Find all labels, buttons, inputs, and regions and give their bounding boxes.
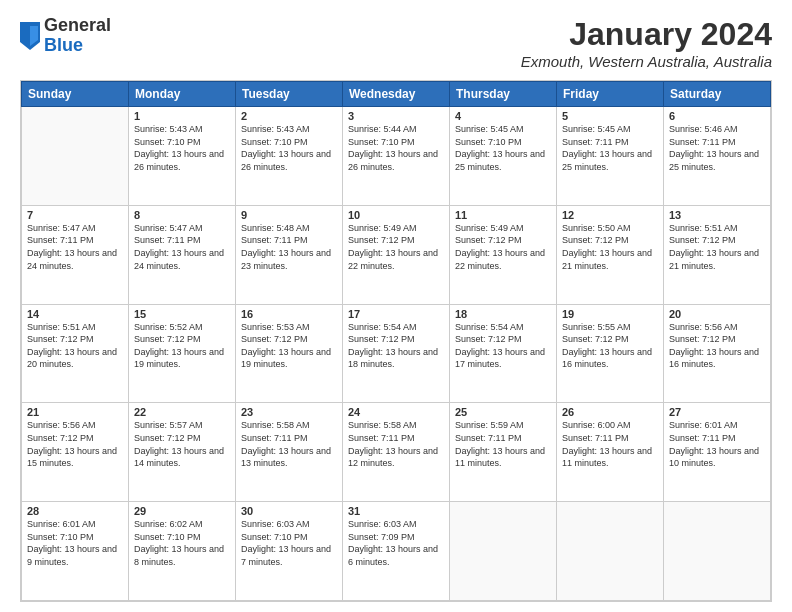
day-info: Sunrise: 5:54 AM Sunset: 7:12 PM Dayligh… xyxy=(455,321,551,371)
day-number: 14 xyxy=(27,308,123,320)
day-info: Sunrise: 5:49 AM Sunset: 7:12 PM Dayligh… xyxy=(455,222,551,272)
day-info: Sunrise: 5:56 AM Sunset: 7:12 PM Dayligh… xyxy=(669,321,765,371)
calendar-cell: 11Sunrise: 5:49 AM Sunset: 7:12 PM Dayli… xyxy=(450,205,557,304)
logo-blue-text: Blue xyxy=(44,35,83,55)
day-number: 5 xyxy=(562,110,658,122)
logo: General Blue xyxy=(20,16,111,56)
header: General Blue January 2024 Exmouth, Weste… xyxy=(20,16,772,70)
day-number: 18 xyxy=(455,308,551,320)
calendar-cell: 19Sunrise: 5:55 AM Sunset: 7:12 PM Dayli… xyxy=(557,304,664,403)
calendar-cell: 30Sunrise: 6:03 AM Sunset: 7:10 PM Dayli… xyxy=(236,502,343,601)
day-number: 6 xyxy=(669,110,765,122)
day-info: Sunrise: 6:01 AM Sunset: 7:10 PM Dayligh… xyxy=(27,518,123,568)
calendar-cell: 4Sunrise: 5:45 AM Sunset: 7:10 PM Daylig… xyxy=(450,107,557,206)
calendar-cell: 21Sunrise: 5:56 AM Sunset: 7:12 PM Dayli… xyxy=(22,403,129,502)
calendar-cell xyxy=(664,502,771,601)
day-info: Sunrise: 5:47 AM Sunset: 7:11 PM Dayligh… xyxy=(27,222,123,272)
calendar: Sunday Monday Tuesday Wednesday Thursday… xyxy=(20,80,772,602)
calendar-cell: 1Sunrise: 5:43 AM Sunset: 7:10 PM Daylig… xyxy=(129,107,236,206)
col-friday: Friday xyxy=(557,82,664,107)
day-info: Sunrise: 5:46 AM Sunset: 7:11 PM Dayligh… xyxy=(669,123,765,173)
col-tuesday: Tuesday xyxy=(236,82,343,107)
main-title: January 2024 xyxy=(521,16,772,53)
calendar-cell: 22Sunrise: 5:57 AM Sunset: 7:12 PM Dayli… xyxy=(129,403,236,502)
day-info: Sunrise: 5:45 AM Sunset: 7:11 PM Dayligh… xyxy=(562,123,658,173)
day-number: 20 xyxy=(669,308,765,320)
day-info: Sunrise: 5:54 AM Sunset: 7:12 PM Dayligh… xyxy=(348,321,444,371)
logo-text: General Blue xyxy=(44,16,111,56)
calendar-cell: 3Sunrise: 5:44 AM Sunset: 7:10 PM Daylig… xyxy=(343,107,450,206)
day-number: 31 xyxy=(348,505,444,517)
calendar-cell: 28Sunrise: 6:01 AM Sunset: 7:10 PM Dayli… xyxy=(22,502,129,601)
col-wednesday: Wednesday xyxy=(343,82,450,107)
day-number: 25 xyxy=(455,406,551,418)
day-number: 24 xyxy=(348,406,444,418)
day-number: 11 xyxy=(455,209,551,221)
day-info: Sunrise: 5:55 AM Sunset: 7:12 PM Dayligh… xyxy=(562,321,658,371)
col-saturday: Saturday xyxy=(664,82,771,107)
day-number: 17 xyxy=(348,308,444,320)
calendar-cell: 13Sunrise: 5:51 AM Sunset: 7:12 PM Dayli… xyxy=(664,205,771,304)
calendar-cell: 23Sunrise: 5:58 AM Sunset: 7:11 PM Dayli… xyxy=(236,403,343,502)
day-number: 15 xyxy=(134,308,230,320)
day-number: 22 xyxy=(134,406,230,418)
day-info: Sunrise: 6:03 AM Sunset: 7:10 PM Dayligh… xyxy=(241,518,337,568)
day-info: Sunrise: 5:58 AM Sunset: 7:11 PM Dayligh… xyxy=(241,419,337,469)
day-number: 23 xyxy=(241,406,337,418)
day-number: 16 xyxy=(241,308,337,320)
logo-icon xyxy=(20,22,40,50)
day-info: Sunrise: 5:49 AM Sunset: 7:12 PM Dayligh… xyxy=(348,222,444,272)
day-number: 1 xyxy=(134,110,230,122)
calendar-cell: 6Sunrise: 5:46 AM Sunset: 7:11 PM Daylig… xyxy=(664,107,771,206)
calendar-cell: 14Sunrise: 5:51 AM Sunset: 7:12 PM Dayli… xyxy=(22,304,129,403)
day-info: Sunrise: 6:02 AM Sunset: 7:10 PM Dayligh… xyxy=(134,518,230,568)
day-number: 27 xyxy=(669,406,765,418)
calendar-cell xyxy=(22,107,129,206)
day-info: Sunrise: 5:51 AM Sunset: 7:12 PM Dayligh… xyxy=(669,222,765,272)
calendar-cell: 9Sunrise: 5:48 AM Sunset: 7:11 PM Daylig… xyxy=(236,205,343,304)
day-number: 2 xyxy=(241,110,337,122)
col-thursday: Thursday xyxy=(450,82,557,107)
col-monday: Monday xyxy=(129,82,236,107)
day-number: 4 xyxy=(455,110,551,122)
calendar-cell: 20Sunrise: 5:56 AM Sunset: 7:12 PM Dayli… xyxy=(664,304,771,403)
col-sunday: Sunday xyxy=(22,82,129,107)
day-info: Sunrise: 5:48 AM Sunset: 7:11 PM Dayligh… xyxy=(241,222,337,272)
calendar-cell: 5Sunrise: 5:45 AM Sunset: 7:11 PM Daylig… xyxy=(557,107,664,206)
day-info: Sunrise: 5:45 AM Sunset: 7:10 PM Dayligh… xyxy=(455,123,551,173)
calendar-cell: 18Sunrise: 5:54 AM Sunset: 7:12 PM Dayli… xyxy=(450,304,557,403)
day-number: 26 xyxy=(562,406,658,418)
day-number: 13 xyxy=(669,209,765,221)
day-info: Sunrise: 5:59 AM Sunset: 7:11 PM Dayligh… xyxy=(455,419,551,469)
calendar-cell: 24Sunrise: 5:58 AM Sunset: 7:11 PM Dayli… xyxy=(343,403,450,502)
calendar-cell: 29Sunrise: 6:02 AM Sunset: 7:10 PM Dayli… xyxy=(129,502,236,601)
day-number: 30 xyxy=(241,505,337,517)
day-info: Sunrise: 5:51 AM Sunset: 7:12 PM Dayligh… xyxy=(27,321,123,371)
calendar-cell xyxy=(450,502,557,601)
day-info: Sunrise: 5:43 AM Sunset: 7:10 PM Dayligh… xyxy=(134,123,230,173)
day-info: Sunrise: 5:44 AM Sunset: 7:10 PM Dayligh… xyxy=(348,123,444,173)
calendar-cell xyxy=(557,502,664,601)
day-info: Sunrise: 6:01 AM Sunset: 7:11 PM Dayligh… xyxy=(669,419,765,469)
day-number: 12 xyxy=(562,209,658,221)
day-info: Sunrise: 5:53 AM Sunset: 7:12 PM Dayligh… xyxy=(241,321,337,371)
calendar-cell: 15Sunrise: 5:52 AM Sunset: 7:12 PM Dayli… xyxy=(129,304,236,403)
day-info: Sunrise: 5:58 AM Sunset: 7:11 PM Dayligh… xyxy=(348,419,444,469)
calendar-cell: 2Sunrise: 5:43 AM Sunset: 7:10 PM Daylig… xyxy=(236,107,343,206)
day-info: Sunrise: 5:57 AM Sunset: 7:12 PM Dayligh… xyxy=(134,419,230,469)
calendar-cell: 12Sunrise: 5:50 AM Sunset: 7:12 PM Dayli… xyxy=(557,205,664,304)
day-number: 3 xyxy=(348,110,444,122)
calendar-cell: 16Sunrise: 5:53 AM Sunset: 7:12 PM Dayli… xyxy=(236,304,343,403)
calendar-cell: 27Sunrise: 6:01 AM Sunset: 7:11 PM Dayli… xyxy=(664,403,771,502)
day-number: 9 xyxy=(241,209,337,221)
day-info: Sunrise: 5:50 AM Sunset: 7:12 PM Dayligh… xyxy=(562,222,658,272)
title-section: January 2024 Exmouth, Western Australia,… xyxy=(521,16,772,70)
day-info: Sunrise: 5:47 AM Sunset: 7:11 PM Dayligh… xyxy=(134,222,230,272)
calendar-cell: 26Sunrise: 6:00 AM Sunset: 7:11 PM Dayli… xyxy=(557,403,664,502)
logo-general-text: General xyxy=(44,15,111,35)
subtitle: Exmouth, Western Australia, Australia xyxy=(521,53,772,70)
calendar-cell: 8Sunrise: 5:47 AM Sunset: 7:11 PM Daylig… xyxy=(129,205,236,304)
page: General Blue January 2024 Exmouth, Weste… xyxy=(0,0,792,612)
calendar-cell: 10Sunrise: 5:49 AM Sunset: 7:12 PM Dayli… xyxy=(343,205,450,304)
day-info: Sunrise: 6:00 AM Sunset: 7:11 PM Dayligh… xyxy=(562,419,658,469)
